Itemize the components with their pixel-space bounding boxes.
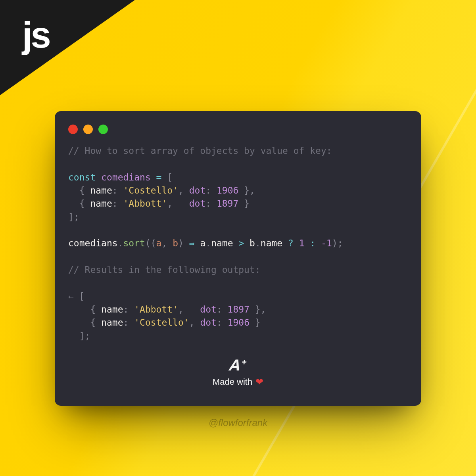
code-comment: // How to sort array of objects by value… [68, 146, 332, 156]
code-window: // How to sort array of objects by value… [55, 111, 421, 406]
tok-number: 1906 [228, 317, 250, 328]
tok-op: > [238, 238, 244, 248]
result-marker-icon: ← [68, 291, 74, 301]
tok-keyword: const [68, 172, 96, 182]
tok-prop: name [90, 198, 112, 209]
tok-arrow: ⇒ [189, 238, 195, 248]
tok-prop: dot [189, 185, 206, 196]
tok-op: : [310, 238, 316, 248]
js-logo-text: js [22, 17, 50, 53]
tok-prop: name [90, 185, 112, 196]
tok-string: 'Costello' [134, 317, 189, 328]
window-footer: A+ Made with ❤ [55, 356, 421, 388]
tok-op: = [156, 172, 162, 182]
tok-op: ? [288, 238, 294, 248]
tok-number: 1 [299, 238, 305, 248]
tok-number: 1906 [217, 185, 238, 196]
author-handle: @flowforfrank [0, 417, 476, 428]
tok-number: 1897 [217, 198, 238, 209]
tok-function: sort [123, 238, 145, 248]
tok-param: a [156, 238, 162, 248]
tok-punc: } [238, 198, 250, 209]
tok-punc: { [79, 198, 90, 209]
tok-identifier: comedians [101, 172, 151, 182]
heart-icon: ❤ [255, 376, 263, 388]
code-block: // How to sort array of objects by value… [55, 144, 421, 343]
brand-plus-icon: + [241, 357, 248, 367]
brand-letter: A [228, 356, 242, 374]
code-comment: // Results in the following output: [68, 265, 261, 275]
tok-identifier: comedians [68, 238, 118, 248]
made-with-text: Made with [213, 377, 252, 387]
tok-string: 'Abbott' [134, 304, 178, 315]
brand-logo: A+ [228, 356, 248, 374]
close-icon[interactable] [68, 125, 78, 134]
tok-punc: ]; [68, 212, 79, 222]
tok-number: -1 [321, 238, 332, 248]
tok-prop: dot [189, 198, 206, 209]
tok-punc: } [238, 185, 250, 196]
tok-string: 'Abbott' [123, 198, 167, 209]
window-titlebar [55, 122, 421, 144]
tok-punc: [ [167, 172, 173, 182]
maximize-icon[interactable] [98, 125, 108, 134]
tok-param: b [173, 238, 178, 248]
tok-string: 'Costello' [123, 185, 178, 196]
tok-number: 1897 [228, 304, 250, 315]
made-with-line: Made with ❤ [55, 376, 421, 388]
corner-badge: js [0, 0, 135, 95]
minimize-icon[interactable] [83, 125, 93, 134]
tok-punc: { [79, 185, 90, 196]
